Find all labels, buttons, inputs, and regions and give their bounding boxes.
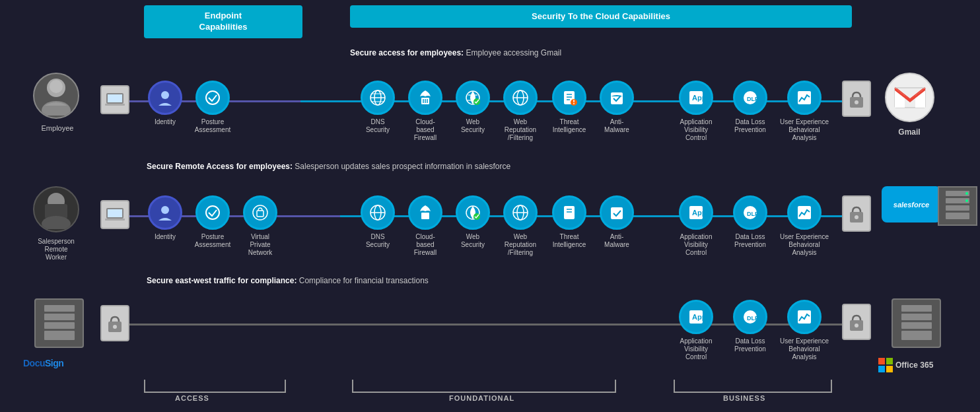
salesperson-label: SalespersonRemoteWorker: [26, 238, 86, 261]
row3-ueba-label: User ExperienceBehavioralAnalysis: [778, 337, 831, 361]
row3-hline: [102, 324, 842, 326]
svg-rect-74: [44, 314, 75, 320]
svg-point-72: [965, 199, 968, 202]
svg-point-35: [855, 100, 858, 104]
row2-threat-label: ThreatIntelligence: [543, 233, 596, 249]
docusign-logo: DocuSign: [23, 358, 63, 368]
row2-firewall-icon: [408, 195, 442, 230]
row2-posture-label: PostureAssessment: [186, 233, 239, 249]
row1-dlp-icon: DLP: [733, 81, 767, 115]
row2-description: Secure Remote Access for employees: Sale…: [147, 162, 510, 171]
svg-rect-83: [798, 310, 811, 324]
row2-ueba-label: User ExperienceBehavioralAnalysis: [778, 233, 831, 257]
svg-rect-64: [798, 206, 811, 219]
row1-appvis-icon: App: [679, 81, 713, 115]
row1-desc-text: Employee accessing Gmail: [466, 48, 561, 57]
svg-rect-56: [564, 206, 575, 219]
row2-salesforce-logo: salesforce: [882, 186, 941, 223]
row1-desc-bold: Secure access for employees:: [350, 48, 464, 57]
row3-dlp-icon: DLP: [733, 300, 767, 334]
row1-websec-label: WebSecurity: [446, 118, 499, 134]
row3-description: Secure east-west traffic for compliance:…: [147, 276, 429, 285]
row2-websec-icon: [456, 195, 490, 230]
row1-threat-icon: [552, 81, 586, 115]
svg-point-6: [161, 91, 169, 99]
row2-dlp-label: Data LossPrevention: [724, 233, 777, 249]
row2-posture-icon: [195, 195, 230, 230]
row1-posture-icon: [195, 81, 230, 115]
row2-dns-label: DNSSecurity: [351, 233, 404, 249]
row2-threat-icon: [552, 195, 586, 230]
row2-server-rack: [938, 186, 977, 226]
svg-text:App: App: [692, 94, 705, 102]
office365-label: Office 365: [895, 360, 933, 370]
bracket-foundational-line: [352, 380, 616, 393]
row3-appvis-icon: App: [679, 300, 713, 334]
svg-point-7: [206, 91, 219, 104]
row3-source-lock: [100, 305, 129, 341]
row1-antimalware-label: Anti-Malware: [590, 118, 643, 134]
svg-rect-5: [105, 104, 125, 106]
svg-rect-76: [44, 331, 75, 340]
svg-point-85: [855, 324, 858, 327]
row3-ueba-icon: [787, 300, 822, 334]
bracket-access-label: ACCESS: [175, 394, 209, 402]
row1-identity-label: Identity: [139, 118, 192, 126]
row3-dest-lock: [842, 304, 871, 340]
svg-rect-50: [421, 213, 429, 219]
main-diagram: EndpointCapabilities Security To the Clo…: [0, 0, 980, 412]
row1-dns-icon: [361, 81, 395, 115]
row2-identity-label: Identity: [139, 233, 192, 240]
svg-rect-70: [946, 213, 969, 219]
row2-websec-label: WebSecurity: [446, 233, 499, 249]
svg-point-2: [50, 80, 63, 93]
svg-rect-33: [798, 91, 811, 104]
svg-point-43: [161, 206, 169, 214]
security-cloud-banner: Security To the Cloud Capabilities: [350, 5, 852, 28]
row1-identity-icon: [148, 81, 182, 115]
row2-desc-text: Salesperson updates sales prospect infor…: [295, 162, 510, 171]
row1-ueba-label: User ExperienceBehavioralAnalysis: [778, 118, 831, 142]
svg-rect-42: [105, 219, 125, 221]
employee-avatar: [33, 73, 79, 119]
svg-point-66: [855, 215, 858, 219]
row2-webreputation-label: WebReputation/Filtering: [494, 233, 547, 257]
row1-firewall-icon: [408, 81, 442, 115]
svg-rect-46: [257, 211, 263, 217]
row1-ueba-icon: [787, 81, 822, 115]
svg-rect-89: [901, 331, 932, 340]
svg-rect-41: [108, 209, 122, 217]
row2-laptop-icon: [100, 200, 129, 229]
salesforce-label: salesforce: [893, 201, 929, 209]
svg-rect-73: [44, 305, 75, 312]
svg-text:App: App: [692, 209, 705, 217]
row2-antimalware-label: Anti-Malware: [590, 233, 643, 249]
row1-gmail-label: Gmail: [890, 127, 929, 137]
row3-desc-text: Compliance for financial transactions: [299, 276, 429, 285]
row1-posture-label: PostureAssessment: [186, 118, 239, 134]
row2-vpn-label: VirtualPrivateNetwork: [234, 233, 287, 257]
svg-rect-28: [611, 92, 623, 104]
row1-dest-icon: [842, 81, 871, 117]
row1-threat-label: ThreatIntelligence: [543, 118, 596, 134]
svg-text:DLP: DLP: [747, 315, 759, 322]
row2-ueba-icon: [787, 195, 822, 230]
office365-logo: Office 365: [878, 358, 933, 372]
svg-rect-92: [878, 366, 885, 372]
row1-webreputation-label: WebReputation/Filtering: [494, 118, 547, 142]
row2-dest-icon: [842, 195, 871, 232]
svg-point-71: [965, 192, 968, 195]
svg-rect-59: [611, 207, 623, 219]
svg-point-44: [206, 206, 219, 219]
row2-webreputation-icon: [503, 195, 538, 230]
svg-text:DLP: DLP: [747, 211, 759, 217]
row2-firewall-label: Cloud-basedFirewall: [399, 233, 452, 257]
svg-rect-93: [886, 366, 893, 372]
row2-dlp-icon: DLP: [733, 195, 767, 230]
bracket-business-label: BUSINESS: [723, 394, 765, 402]
row2-appvis-label: ApplicationVisibilityControl: [670, 233, 722, 257]
row1-description: Secure access for employees: Employee ac…: [350, 48, 561, 57]
row2-desc-bold: Secure Remote Access for employees:: [147, 162, 293, 171]
row1-websec-icon: [456, 81, 490, 115]
svg-point-27: [573, 103, 575, 104]
